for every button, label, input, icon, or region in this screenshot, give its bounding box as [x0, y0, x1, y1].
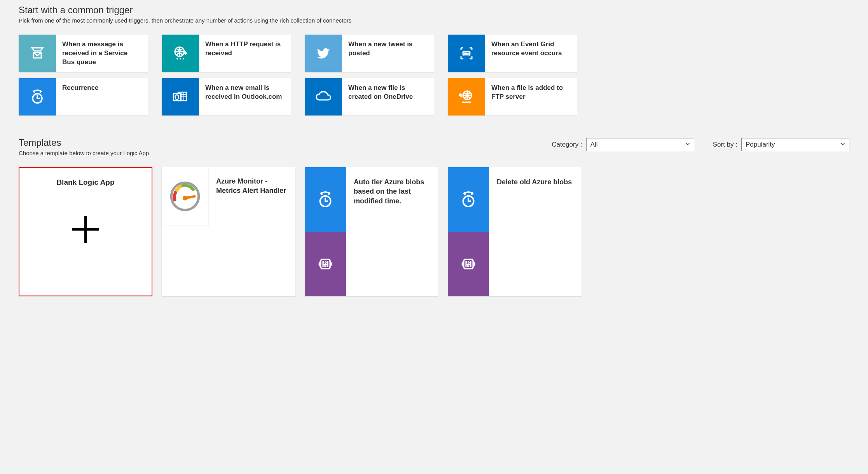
template-title: Azure Monitor - Metrics Alert Handler — [208, 167, 295, 196]
trigger-label: When a new tweet is posted — [342, 35, 434, 72]
trigger-card-event-grid[interactable]: When an Event Grid resource event occurs — [448, 35, 577, 72]
svg-text:01: 01 — [466, 264, 470, 268]
trigger-card-onedrive[interactable]: When a new file is created on OneDrive — [305, 78, 434, 115]
trigger-label: When a new email is received in Outlook.… — [199, 78, 291, 115]
sort-select-value: Popularity — [746, 141, 775, 149]
svg-point-4 — [183, 58, 184, 59]
template-card-azure-monitor[interactable]: Azure Monitor - Metrics Alert Handler — [162, 167, 295, 296]
template-title: Delete old Azure blobs — [489, 167, 582, 187]
svg-text:01: 01 — [323, 264, 327, 268]
trigger-label: When a file is added to FTP server — [485, 78, 577, 115]
svg-point-3 — [180, 58, 181, 59]
sort-select[interactable]: Popularity — [741, 138, 849, 151]
template-card-blank[interactable]: Blank Logic App — [19, 167, 152, 296]
template-card-delete-old-blobs[interactable]: 1001 Delete old Azure blobs — [448, 167, 582, 296]
ftp-icon — [448, 78, 485, 115]
blob-icon: 1001 — [448, 232, 489, 296]
trigger-label: When a HTTP request is received — [199, 35, 291, 72]
trigger-card-recurrence[interactable]: Recurrence — [19, 78, 148, 115]
category-select[interactable]: All — [586, 138, 694, 151]
trigger-card-service-bus[interactable]: When a message is received in a Service … — [19, 35, 148, 72]
onedrive-icon — [305, 78, 342, 115]
recurrence-icon — [305, 167, 346, 232]
triggers-section-subtitle: Pick from one of the most commonly used … — [19, 17, 849, 24]
svg-point-2 — [176, 58, 178, 59]
plus-icon — [70, 214, 101, 247]
blob-icon: 1001 — [305, 232, 346, 296]
template-card-auto-tier-blobs[interactable]: 1001 Auto tier Azure blobs based on the … — [305, 167, 438, 296]
category-label: Category : — [552, 141, 582, 149]
trigger-card-outlook[interactable]: When a new email is received in Outlook.… — [162, 78, 291, 115]
gauge-icon — [162, 167, 208, 226]
trigger-card-ftp[interactable]: When a file is added to FTP server — [448, 78, 577, 115]
outlook-icon — [162, 78, 199, 115]
service-bus-icon — [19, 35, 56, 72]
template-title: Auto tier Azure blobs based on the last … — [346, 167, 438, 206]
template-title: Blank Logic App — [56, 178, 114, 187]
template-grid: Blank Logic App Azure Monitor - M — [19, 167, 849, 296]
templates-section-title: Templates — [19, 137, 150, 148]
trigger-label: Recurrence — [56, 78, 148, 115]
templates-section-subtitle: Choose a template below to create your L… — [19, 150, 150, 156]
category-select-value: All — [590, 141, 598, 149]
http-icon — [162, 35, 199, 72]
chevron-down-icon — [685, 141, 691, 149]
twitter-icon — [305, 35, 342, 72]
event-grid-icon — [448, 35, 485, 72]
trigger-label: When an Event Grid resource event occurs — [485, 35, 577, 72]
trigger-label: When a new file is created on OneDrive — [342, 78, 434, 115]
recurrence-icon — [19, 78, 56, 115]
trigger-label: When a message is received in a Service … — [56, 35, 148, 72]
trigger-grid: When a message is received in a Service … — [19, 35, 849, 115]
trigger-card-http[interactable]: When a HTTP request is received — [162, 35, 291, 72]
sort-label: Sort by : — [713, 141, 737, 149]
chevron-down-icon — [840, 141, 846, 149]
recurrence-icon — [448, 167, 489, 232]
triggers-section-title: Start with a common trigger — [19, 5, 849, 16]
trigger-card-twitter[interactable]: When a new tweet is posted — [305, 35, 434, 72]
